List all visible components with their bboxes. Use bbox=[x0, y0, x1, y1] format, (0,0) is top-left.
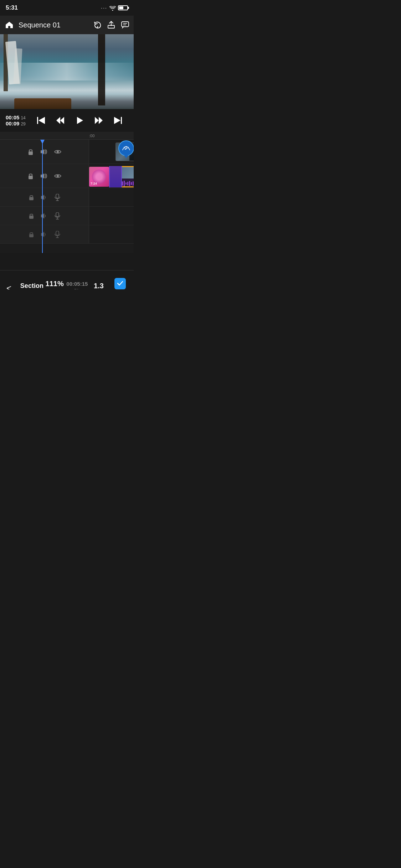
svg-marker-11 bbox=[95, 117, 99, 124]
transport-controls: 00:05 14 00:09 29 bbox=[0, 109, 134, 132]
timeline-area: :00 bbox=[0, 132, 134, 253]
track-1-controls bbox=[0, 140, 89, 164]
section-value: Section bbox=[20, 282, 43, 289]
svg-rect-14 bbox=[121, 117, 122, 124]
audio-2-mic-icon[interactable] bbox=[55, 212, 60, 219]
section-control: Section Range bbox=[21, 282, 43, 289]
range-speed-control[interactable]: 111% Range Speed bbox=[43, 280, 66, 289]
track-2-visibility-icon[interactable] bbox=[54, 172, 61, 180]
audio-track-3 bbox=[0, 225, 134, 244]
track-1-content bbox=[89, 140, 134, 164]
video-track-2: 7:24 bbox=[0, 164, 134, 188]
frame-back-button[interactable] bbox=[54, 114, 67, 127]
maintain-pitch-checkbox[interactable] bbox=[114, 278, 126, 289]
svg-point-17 bbox=[57, 151, 59, 153]
comments-button[interactable] bbox=[121, 21, 129, 29]
audio-1-controls bbox=[0, 188, 89, 206]
waveform-bar bbox=[127, 182, 128, 185]
header-actions bbox=[94, 21, 129, 29]
battery-icon bbox=[118, 5, 128, 10]
back-button-area[interactable]: < bbox=[0, 270, 18, 289]
timecode-frames1: 14 bbox=[21, 115, 25, 120]
status-time: 5:31 bbox=[6, 4, 18, 11]
audio-1-content bbox=[89, 188, 134, 206]
audio-2-lock-icon[interactable] bbox=[29, 212, 34, 219]
audio-1-lock-icon[interactable] bbox=[29, 193, 34, 201]
maintain-pitch-control[interactable]: Maintain Pitch bbox=[109, 278, 131, 290]
svg-rect-25 bbox=[29, 197, 34, 200]
track-2-audio-icon[interactable] bbox=[41, 172, 47, 180]
waveform-bar bbox=[131, 182, 132, 185]
svg-marker-8 bbox=[56, 117, 60, 124]
ramp-control[interactable]: 1.3 Ramp bbox=[88, 282, 109, 289]
waveform-bar bbox=[124, 181, 125, 186]
timeline-ruler: :00 bbox=[0, 132, 134, 140]
audio-1-mic-icon[interactable] bbox=[55, 193, 60, 201]
waveform-bar bbox=[133, 181, 134, 186]
timecode-frames2: 29 bbox=[21, 122, 25, 126]
track-1-visibility-icon[interactable] bbox=[54, 148, 61, 155]
skip-to-end-button[interactable] bbox=[112, 114, 124, 127]
track-2-content: 7:24 bbox=[89, 164, 134, 188]
ruler-mark: :00 bbox=[89, 134, 94, 138]
waveform-bar bbox=[129, 181, 130, 186]
bottom-panel: < Section Range 111% Range Speed 00:05:1… bbox=[0, 270, 134, 289]
dots-icon: ··· bbox=[101, 5, 107, 11]
video-clip-2a[interactable]: 7:24 bbox=[89, 167, 109, 187]
svg-rect-22 bbox=[29, 176, 33, 179]
video-preview bbox=[0, 34, 134, 109]
transition-strip[interactable] bbox=[109, 166, 122, 187]
audio-3-controls bbox=[0, 225, 89, 243]
audio-track-1 bbox=[0, 188, 134, 207]
skip-to-start-button[interactable] bbox=[35, 114, 47, 127]
range-speed-value: 111% bbox=[46, 280, 64, 288]
svg-rect-37 bbox=[56, 231, 59, 235]
playhead[interactable] bbox=[42, 140, 43, 253]
svg-marker-13 bbox=[114, 117, 120, 124]
audio-2-content bbox=[89, 207, 134, 225]
speed-badge bbox=[118, 140, 134, 156]
track-1-audio-icon[interactable] bbox=[41, 148, 47, 155]
svg-point-24 bbox=[57, 175, 59, 177]
playback-buttons bbox=[31, 114, 128, 127]
svg-rect-3 bbox=[122, 22, 129, 27]
audio-3-mic-icon[interactable] bbox=[55, 231, 60, 238]
spacer bbox=[0, 253, 134, 270]
audio-track-2 bbox=[0, 207, 134, 225]
wifi-icon bbox=[109, 5, 116, 11]
timecode-current: 00:05 bbox=[6, 114, 19, 120]
timecode-end: 00:09 bbox=[6, 120, 19, 126]
svg-rect-35 bbox=[29, 234, 34, 237]
play-button[interactable] bbox=[73, 114, 86, 127]
track-1-lock-icon[interactable] bbox=[28, 148, 34, 155]
speed-indicator bbox=[118, 140, 134, 156]
svg-line-21 bbox=[125, 149, 127, 149]
track-2-lock-icon[interactable] bbox=[28, 172, 34, 180]
waveform-bar bbox=[125, 182, 127, 185]
bottom-controls: Section Range 111% Range Speed 00:05:15 … bbox=[18, 270, 134, 289]
svg-marker-12 bbox=[99, 117, 103, 124]
back-button[interactable]: < bbox=[6, 283, 11, 290]
sequence-title: Sequence 01 bbox=[19, 21, 89, 29]
header: Sequence 01 bbox=[0, 16, 134, 34]
svg-rect-27 bbox=[56, 194, 59, 198]
video-track-1 bbox=[0, 140, 134, 164]
svg-rect-32 bbox=[56, 212, 59, 217]
clip-duration-control[interactable]: 00:05:15 Clip Duration bbox=[66, 281, 88, 289]
svg-marker-7 bbox=[38, 117, 45, 124]
pier-right bbox=[98, 34, 105, 105]
home-button[interactable] bbox=[4, 20, 14, 30]
timeline-tracks: 7:24 bbox=[0, 140, 134, 253]
svg-rect-30 bbox=[29, 216, 34, 219]
track-2-controls bbox=[0, 164, 89, 188]
frame-forward-button[interactable] bbox=[92, 114, 105, 127]
status-bar: 5:31 ··· bbox=[0, 0, 134, 16]
audio-3-lock-icon[interactable] bbox=[29, 231, 34, 238]
timecode-display: 00:05 14 00:09 29 bbox=[6, 114, 31, 126]
undo-button[interactable] bbox=[94, 21, 102, 29]
export-button[interactable] bbox=[107, 21, 115, 29]
audio-3-content bbox=[89, 225, 134, 243]
svg-marker-9 bbox=[60, 117, 64, 124]
audio-2-controls bbox=[0, 207, 89, 225]
svg-marker-10 bbox=[77, 117, 83, 124]
